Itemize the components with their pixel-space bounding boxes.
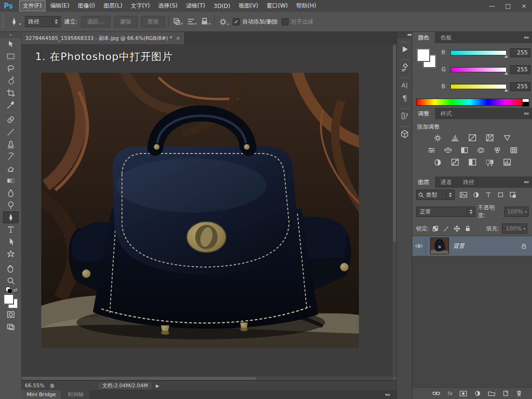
tab-swatches[interactable]: 色板 <box>435 32 457 43</box>
tab-adjustments[interactable]: 调整 <box>412 108 435 119</box>
default-colors-icon[interactable] <box>6 287 12 293</box>
tab-color[interactable]: 颜色 <box>412 32 435 43</box>
horizontal-scrollbar-thumb[interactable] <box>22 377 257 380</box>
fill-field[interactable]: 100% ▾ <box>502 223 527 234</box>
layer-name[interactable]: 背景 <box>453 242 521 250</box>
foreground-color-swatch[interactable] <box>417 49 430 61</box>
lock-all-icon[interactable] <box>464 225 471 232</box>
selective-color-icon[interactable] <box>502 158 513 167</box>
spectrum-black-swatch[interactable] <box>522 102 529 107</box>
path-alignment-button[interactable]: ▾ <box>187 17 197 26</box>
quick-mask-button[interactable] <box>3 308 19 321</box>
custom-shape-tool[interactable] <box>3 248 19 260</box>
color-spectrum-ramp[interactable] <box>416 99 523 106</box>
menu-type[interactable]: 文字(Y) <box>127 0 154 11</box>
green-slider-thumb[interactable] <box>504 72 508 75</box>
close-document-icon[interactable]: × <box>176 35 180 41</box>
filter-type-layers-icon[interactable] <box>485 191 492 199</box>
gear-button[interactable]: ▾ <box>219 17 229 26</box>
panel-menu-icon[interactable]: ▾≡ <box>524 35 529 40</box>
exposure-icon[interactable] <box>484 134 495 142</box>
link-layers-icon[interactable] <box>432 391 441 396</box>
zoom-tool[interactable] <box>3 275 19 287</box>
color-lookup-icon[interactable] <box>509 146 519 154</box>
clone-source-panel-button[interactable] <box>398 109 411 123</box>
menu-select[interactable]: 选择(S) <box>155 0 182 11</box>
tab-styles[interactable]: 样式 <box>435 108 457 119</box>
marquee-tool[interactable] <box>3 50 19 62</box>
move-tool[interactable] <box>3 38 19 50</box>
filter-shape-layers-icon[interactable] <box>497 191 504 199</box>
vibrance-icon[interactable] <box>502 134 513 142</box>
panel-menu-icon[interactable]: ▾≡ <box>524 180 529 184</box>
add-mask-icon[interactable] <box>459 391 467 397</box>
lasso-tool[interactable] <box>3 62 19 75</box>
make-mask-button[interactable]: 蒙版 <box>114 16 137 27</box>
menu-layer[interactable]: 图层(L) <box>100 0 126 11</box>
lock-pixels-icon[interactable] <box>443 225 449 232</box>
type-tool[interactable] <box>3 223 19 236</box>
menu-edit[interactable]: 编辑(E) <box>46 0 73 11</box>
filter-adjustment-layers-icon[interactable] <box>472 191 480 199</box>
lock-transparency-icon[interactable] <box>432 225 439 232</box>
status-flyout-arrow-icon[interactable]: ▶ <box>156 384 159 388</box>
color-balance-icon[interactable] <box>443 146 453 154</box>
levels-icon[interactable] <box>449 134 461 142</box>
clock-icon[interactable] <box>48 382 56 390</box>
blue-slider-thumb[interactable] <box>504 89 508 92</box>
filter-smart-objects-icon[interactable] <box>509 191 517 199</box>
paragraph-panel-button[interactable]: ¶ <box>398 92 411 105</box>
close-button[interactable]: × <box>516 2 532 9</box>
dodge-tool[interactable] <box>3 199 19 211</box>
invert-icon[interactable] <box>432 158 443 167</box>
layer-thumbnail[interactable] <box>430 238 449 254</box>
vertical-scrollbar-thumb[interactable] <box>393 45 396 242</box>
green-slider[interactable] <box>450 67 507 72</box>
foreground-color-swatch[interactable] <box>4 294 14 304</box>
photo-filter-icon[interactable] <box>476 146 486 154</box>
toolbar-grip[interactable]: » <box>0 32 21 38</box>
make-selection-button[interactable]: 选区… <box>81 16 110 27</box>
clone-stamp-tool[interactable] <box>3 138 19 150</box>
red-slider[interactable] <box>450 50 507 55</box>
path-operations-button[interactable]: ▾ <box>173 17 183 26</box>
document-size-field[interactable]: 文档:2.04M/2.04M <box>97 381 153 390</box>
options-grip[interactable] <box>2 15 4 29</box>
menu-window[interactable]: 窗口(W) <box>263 0 291 11</box>
pen-tool-preset-button[interactable]: ▾ <box>9 17 21 26</box>
menu-help[interactable]: 帮助(H) <box>293 0 320 11</box>
panel-menu-icon[interactable]: ▾≡ <box>524 111 529 116</box>
character-panel-button[interactable]: A| <box>398 78 411 92</box>
actions-panel-button[interactable] <box>398 43 411 56</box>
menu-filter[interactable]: 滤镜(T) <box>182 0 209 11</box>
brush-tool[interactable] <box>3 126 19 138</box>
menu-view[interactable]: 视图(V) <box>235 0 262 11</box>
auto-add-delete-checkbox[interactable]: ✓ 自动添加/删除 <box>233 18 278 26</box>
gradient-map-icon[interactable] <box>484 158 495 167</box>
curves-icon[interactable] <box>467 134 478 142</box>
zoom-level-field[interactable]: 66.55% <box>21 383 48 389</box>
canvas-area[interactable]: 1. 在Photoshop中打开图片 <box>21 44 396 380</box>
threshold-icon[interactable] <box>467 158 478 167</box>
brightness-contrast-icon[interactable] <box>432 134 443 142</box>
gradient-tool[interactable] <box>3 175 19 187</box>
pen-tool[interactable] <box>3 211 19 223</box>
blur-tool[interactable] <box>3 187 19 199</box>
vertical-scrollbar[interactable] <box>393 44 396 376</box>
swap-colors-icon[interactable]: ⇄ <box>13 288 17 292</box>
tab-mini-bridge[interactable]: Mini Bridge <box>21 390 61 399</box>
filter-pixel-layers-icon[interactable] <box>459 191 468 199</box>
3d-panel-button[interactable] <box>398 127 411 140</box>
menu-3d[interactable]: 3D(D) <box>210 1 234 11</box>
filter-type-dropdown[interactable]: 类型 <box>416 190 455 200</box>
blue-value-field[interactable]: 255 <box>510 82 531 91</box>
maximize-button[interactable]: □ <box>500 2 516 9</box>
green-value-field[interactable]: 255 <box>510 65 531 74</box>
red-slider-thumb[interactable] <box>504 55 508 58</box>
layer-row-background[interactable]: 背景 <box>412 236 532 256</box>
align-edges-checkbox[interactable]: 对齐边缘 <box>281 18 313 26</box>
history-brush-tool[interactable] <box>3 150 19 162</box>
hue-saturation-icon[interactable] <box>426 146 437 154</box>
blue-slider[interactable] <box>450 84 507 89</box>
tool-mode-dropdown[interactable]: 路径 <box>25 16 61 27</box>
